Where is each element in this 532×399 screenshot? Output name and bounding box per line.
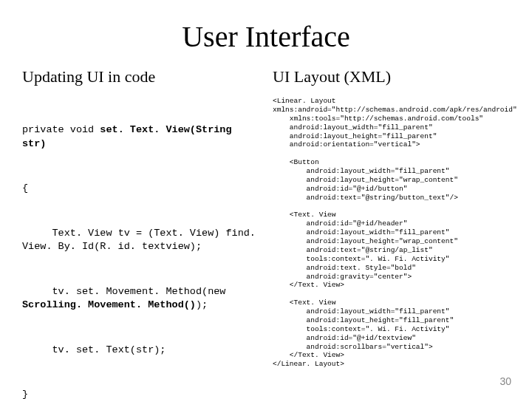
xml-code-block: <Linear. Layout xmlns:android="http://sc… <box>273 97 510 369</box>
slide-title: User Interface <box>22 19 510 54</box>
columns: Updating UI in code private void set. Te… <box>22 67 510 399</box>
right-column: UI Layout (XML) <Linear. Layout xmlns:an… <box>273 67 510 399</box>
code-line-2-suf: ); <box>196 299 208 310</box>
brace-close: } <box>22 388 259 399</box>
brace-open: { <box>22 182 259 195</box>
left-column: Updating UI in code private void set. Te… <box>22 67 259 399</box>
page-number: 30 <box>499 375 511 387</box>
code-line-3: tv. set. Text(str); <box>22 344 259 357</box>
java-code-block: private void set. Text. View(String str)… <box>22 97 259 399</box>
left-heading: Updating UI in code <box>22 67 259 86</box>
code-line-2-bold: Scrolling. Movement. Method() <box>22 299 196 310</box>
method-signature: private void set. Text. View(String str) <box>22 123 259 150</box>
slide: User Interface Updating UI in code priva… <box>0 0 532 399</box>
code-line-2: tv. set. Movement. Method(new Scrolling.… <box>22 285 259 312</box>
code-line-2-pre: tv. set. Movement. Method(new <box>22 286 232 297</box>
code-line-1: Text. View tv = (Text. View) find. View.… <box>22 227 259 253</box>
right-heading: UI Layout (XML) <box>273 67 510 86</box>
sig-prefix: private void <box>22 124 100 135</box>
